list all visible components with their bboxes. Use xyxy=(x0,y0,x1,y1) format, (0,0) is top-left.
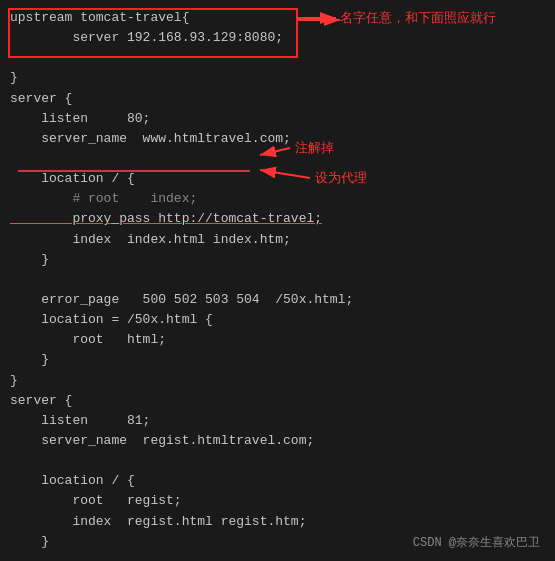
code-line-14 xyxy=(10,270,545,290)
code-line-23 xyxy=(10,451,545,471)
code-line-21: listen 81; xyxy=(10,411,545,431)
code-line-17: root html; xyxy=(10,330,545,350)
code-line-12: index index.html index.htm; xyxy=(10,230,545,250)
code-line-5: server { xyxy=(10,89,545,109)
code-line-18: } xyxy=(10,350,545,370)
code-line-6: listen 80; xyxy=(10,109,545,129)
code-line-28 xyxy=(10,552,545,561)
code-line-13: } xyxy=(10,250,545,270)
code-line-10: # root index; xyxy=(10,189,545,209)
code-line-20: server { xyxy=(10,391,545,411)
code-line-11: proxy_pass http://tomcat-travel; xyxy=(10,209,545,229)
code-line-19: } xyxy=(10,371,545,391)
code-line-25: root regist; xyxy=(10,491,545,511)
code-line-8 xyxy=(10,149,545,169)
code-container: 名字任意，和下面照应就行 注解掉 设为代理 upstream tomcat-tr… xyxy=(0,0,555,561)
code-line-9: location / { xyxy=(10,169,545,189)
code-line-2: server 192.168.93.129:8080; xyxy=(10,28,545,48)
code-line-4: } xyxy=(10,68,545,88)
code-line-7: server_name www.htmltravel.com; xyxy=(10,129,545,149)
code-line-16: location = /50x.html { xyxy=(10,310,545,330)
code-line-22: server_name regist.htmltravel.com; xyxy=(10,431,545,451)
code-line-24: location / { xyxy=(10,471,545,491)
code-line-15: error_page 500 502 503 504 /50x.html; xyxy=(10,290,545,310)
watermark: CSDN @奈奈生喜欢巴卫 xyxy=(413,534,540,551)
code-line-26: index regist.html regist.htm; xyxy=(10,512,545,532)
code-line-1: upstream tomcat-travel{ xyxy=(10,8,545,28)
code-line-3 xyxy=(10,48,545,68)
